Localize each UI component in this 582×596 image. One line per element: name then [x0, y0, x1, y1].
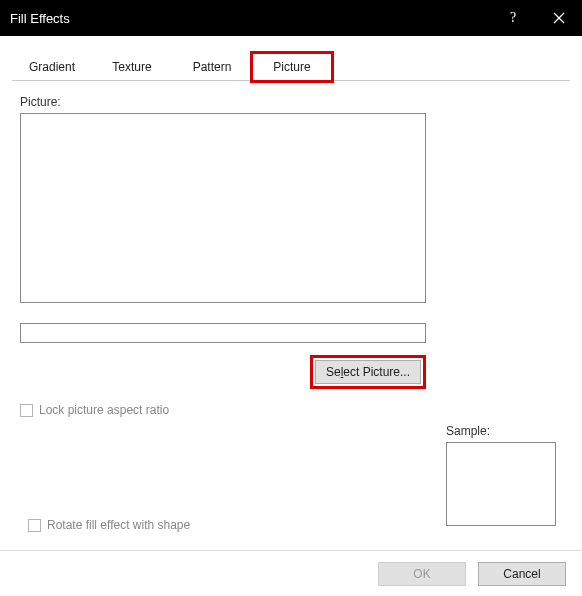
sample-area: Sample:	[446, 424, 556, 526]
lock-aspect-row[interactable]: Lock picture aspect ratio	[20, 403, 562, 417]
rotate-fill-label: Rotate fill effect with shape	[47, 518, 190, 532]
close-button[interactable]	[536, 0, 582, 36]
cancel-button[interactable]: Cancel	[478, 562, 566, 586]
close-icon	[553, 12, 565, 24]
lock-aspect-label: Lock picture aspect ratio	[39, 403, 169, 417]
titlebar: Fill Effects ?	[0, 0, 582, 36]
tab-pattern[interactable]: Pattern	[172, 53, 252, 81]
rotate-fill-checkbox[interactable]	[28, 519, 41, 532]
tab-content-picture: Picture: Select Picture... Lock picture …	[12, 81, 570, 417]
sample-preview	[446, 442, 556, 526]
select-picture-label: Select Picture...	[326, 365, 410, 379]
picture-path-field[interactable]	[20, 323, 426, 343]
sample-label: Sample:	[446, 424, 556, 438]
help-button[interactable]: ?	[490, 0, 536, 36]
tab-bar: Gradient Texture Pattern Picture	[12, 52, 570, 81]
window-title: Fill Effects	[10, 11, 490, 26]
lock-aspect-checkbox[interactable]	[20, 404, 33, 417]
rotate-fill-row[interactable]: Rotate fill effect with shape	[28, 518, 190, 532]
select-picture-button[interactable]: Select Picture...	[315, 360, 421, 384]
tab-gradient[interactable]: Gradient	[12, 53, 92, 81]
select-picture-highlight: Select Picture...	[310, 355, 426, 389]
ok-button[interactable]: OK	[378, 562, 466, 586]
dialog-footer: OK Cancel	[0, 550, 582, 596]
picture-preview	[20, 113, 426, 303]
tab-picture[interactable]: Picture	[252, 53, 332, 81]
tab-texture[interactable]: Texture	[92, 53, 172, 81]
picture-label: Picture:	[20, 95, 562, 109]
